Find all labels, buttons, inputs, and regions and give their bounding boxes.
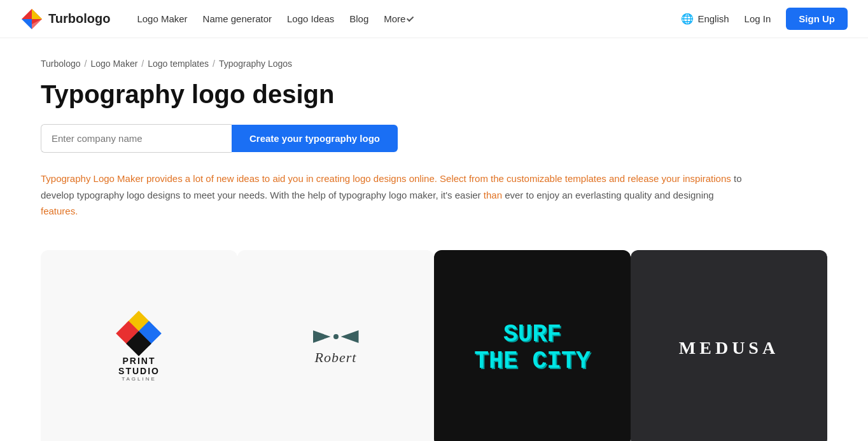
- bow-tie: [313, 330, 359, 343]
- logo-card-colorful-square[interactable]: PRINTSTUDIO TAGLINE Colorful Square logo: [41, 250, 237, 442]
- breadcrumb-logo-templates[interactable]: Logo templates: [148, 59, 209, 69]
- logo-card-rectangular-text[interactable]: MEDUSA Rectangular Text logo: [631, 250, 827, 442]
- breadcrumb-sep-1: /: [85, 59, 87, 69]
- description-text: Typography Logo Maker provides a lot of …: [41, 171, 766, 220]
- print-studio-title: PRINTSTUDIO: [118, 356, 160, 376]
- nav-logo-ideas[interactable]: Logo Ideas: [281, 10, 340, 28]
- logo-card-img-graffiti-text: SURFTHE CITY: [434, 250, 631, 442]
- graffiti-visual: SURFTHE CITY: [461, 309, 603, 388]
- breadcrumb-sep-3: /: [213, 59, 215, 69]
- medusa-visual: MEDUSA: [631, 250, 827, 442]
- language-label: English: [697, 13, 729, 24]
- butterfly-visual: Robert: [313, 330, 359, 366]
- bow-right: [341, 330, 359, 343]
- breadcrumb-logo-maker[interactable]: Logo Maker: [90, 59, 137, 69]
- logo-card-img-butterfly-tie: Robert: [237, 250, 434, 442]
- print-studio-tagline: TAGLINE: [118, 376, 160, 382]
- bow-left: [313, 330, 331, 343]
- breadcrumb-turbologo[interactable]: Turbologo: [41, 59, 81, 69]
- nav-more[interactable]: More: [377, 10, 421, 28]
- nav-blog[interactable]: Blog: [343, 10, 375, 28]
- nav-links: Logo Maker Name generator Logo Ideas Blo…: [130, 10, 681, 28]
- create-logo-button[interactable]: Create your typography logo: [232, 125, 398, 152]
- main-content: Turbologo / Logo Maker / Logo templates …: [20, 38, 848, 441]
- breadcrumb-sep-2: /: [141, 59, 144, 69]
- turbologo-icon: [20, 8, 43, 31]
- nav-right: 🌐 English Log In Sign Up: [681, 8, 848, 30]
- breadcrumb: Turbologo / Logo Maker / Logo templates …: [41, 59, 827, 69]
- nav-logo-maker[interactable]: Logo Maker: [130, 10, 193, 28]
- search-bar: Create your typography logo: [41, 124, 827, 153]
- nav-name-generator[interactable]: Name generator: [197, 10, 278, 28]
- butterfly-name-text: Robert: [315, 349, 357, 366]
- logo-grid: PRINTSTUDIO TAGLINE Colorful Square logo…: [41, 250, 827, 442]
- print-studio-visual: PRINTSTUDIO TAGLINE: [118, 314, 160, 382]
- bow-knot: [333, 334, 339, 339]
- signup-button[interactable]: Sign Up: [786, 8, 848, 30]
- logo-card-graffiti-text[interactable]: SURFTHE CITY Graffiti Text Design logo: [434, 250, 631, 442]
- language-selector[interactable]: 🌐 English: [681, 13, 729, 25]
- logo-card-img-colorful-square: PRINTSTUDIO TAGLINE: [41, 250, 237, 442]
- breadcrumb-current: Typography Logos: [219, 59, 292, 69]
- print-studio-text: PRINTSTUDIO TAGLINE: [118, 356, 160, 382]
- brand-name: Turbologo: [48, 11, 110, 26]
- logo-card-img-rectangular-text: MEDUSA: [631, 250, 827, 442]
- brand-logo[interactable]: Turbologo: [20, 8, 110, 31]
- chevron-down-icon: [407, 14, 414, 21]
- svg-marker-3: [32, 19, 42, 29]
- svg-marker-2: [22, 19, 32, 29]
- diamond-grid: [120, 314, 158, 353]
- svg-marker-1: [32, 9, 42, 19]
- medusa-text: MEDUSA: [679, 338, 779, 358]
- navbar: Turbologo Logo Maker Name generator Logo…: [0, 0, 868, 38]
- login-link[interactable]: Log In: [737, 10, 779, 28]
- page-title: Typography logo design: [41, 80, 827, 109]
- company-name-input[interactable]: [41, 124, 232, 153]
- globe-icon: 🌐: [681, 13, 694, 25]
- logo-card-butterfly-tie[interactable]: Robert Butterfly Tie logo: [237, 250, 434, 442]
- graffiti-text: SURFTHE CITY: [474, 321, 590, 375]
